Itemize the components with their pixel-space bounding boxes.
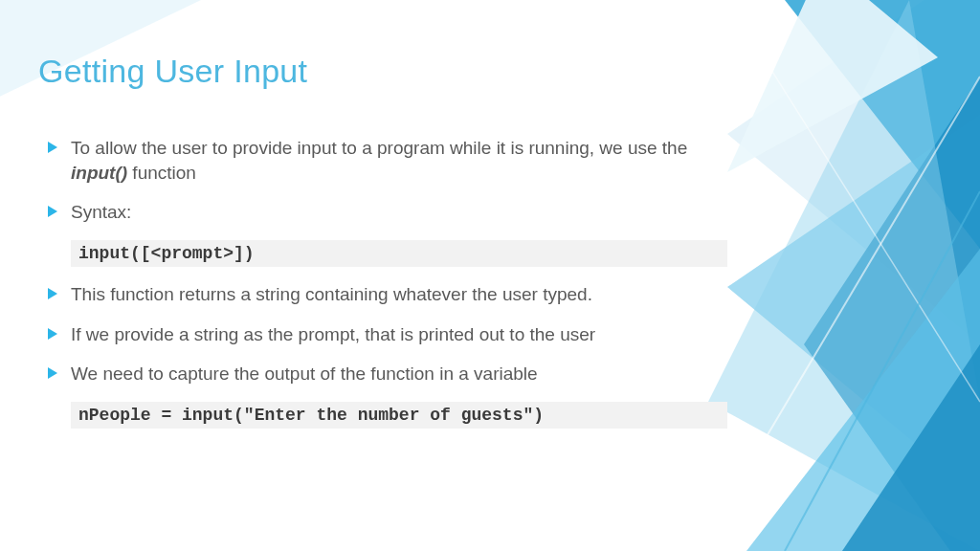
bullet-item: This function returns a string containin… — [38, 282, 727, 307]
bullet-text: We need to capture the output of the fun… — [71, 364, 538, 384]
bullet-text: If we provide a string as the prompt, th… — [71, 324, 595, 344]
bullet-item: To allow the user to provide input to a … — [38, 136, 727, 185]
slide-title: Getting User Input — [38, 53, 727, 90]
bullet-item: If we provide a string as the prompt, th… — [38, 322, 727, 347]
svg-marker-2 — [727, 115, 980, 497]
svg-marker-7 — [727, 0, 938, 172]
bullet-list: To allow the user to provide input to a … — [38, 136, 727, 225]
svg-marker-0 — [727, 0, 980, 344]
svg-marker-3 — [804, 77, 980, 551]
bullet-text: function — [127, 163, 196, 183]
svg-marker-4 — [708, 0, 980, 551]
svg-marker-1 — [785, 0, 980, 249]
bullet-text: Syntax: — [71, 202, 131, 222]
bullet-text: To allow the user to provide input to a … — [71, 138, 687, 158]
bullet-item: Syntax: — [38, 200, 727, 225]
code-block: input([<prompt>]) — [71, 240, 727, 267]
svg-marker-6 — [842, 344, 980, 551]
svg-line-9 — [727, 0, 980, 402]
svg-line-10 — [785, 191, 980, 551]
inline-code-emphasis: input() — [71, 163, 127, 183]
svg-line-8 — [699, 77, 980, 551]
slide: Getting User Input To allow the user to … — [0, 0, 980, 551]
bullet-list: This function returns a string containin… — [38, 282, 727, 386]
bullet-item: We need to capture the output of the fun… — [38, 362, 727, 386]
code-block: nPeople = input("Enter the number of gue… — [71, 402, 727, 429]
svg-marker-5 — [746, 249, 980, 551]
bullet-text: This function returns a string containin… — [71, 284, 592, 304]
content-area: Getting User Input To allow the user to … — [38, 53, 727, 444]
